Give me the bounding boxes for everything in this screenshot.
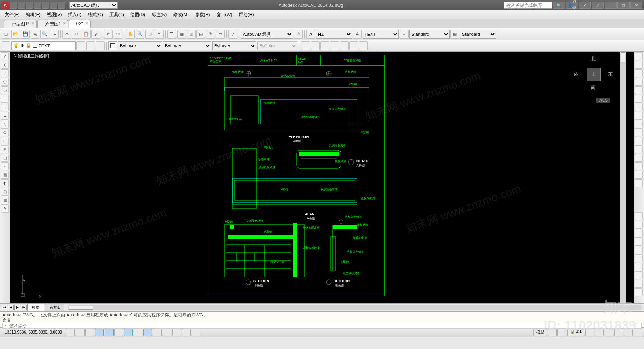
qp-toggle[interactable] xyxy=(172,329,181,336)
textstyle-a-icon[interactable]: A xyxy=(306,30,315,39)
menu-parametric[interactable]: 参数(P) xyxy=(192,12,213,18)
dim-lin-icon[interactable] xyxy=(635,212,643,220)
vp-3-icon[interactable] xyxy=(320,41,329,50)
open-icon[interactable]: 📂 xyxy=(11,30,20,39)
signin-button[interactable]: 👤 登录 xyxy=(566,2,578,9)
layer-props-icon[interactable] xyxy=(2,41,10,50)
doc-tab[interactable]: 户型图*✕ xyxy=(37,20,68,28)
publish-icon[interactable]: ☁ xyxy=(50,30,59,39)
undo-icon[interactable]: ↶ xyxy=(104,30,113,39)
menu-edit[interactable]: 编辑(E) xyxy=(23,12,44,18)
toolbar-lock-icon[interactable] xyxy=(605,329,613,336)
close-icon[interactable]: ✕ xyxy=(63,21,66,25)
linetype-select[interactable]: ByLayer xyxy=(163,41,211,50)
markup-icon[interactable]: ✎ xyxy=(206,30,215,39)
dim-quick-icon[interactable] xyxy=(635,271,643,279)
close-icon[interactable]: ✕ xyxy=(31,21,35,25)
dim-rad-icon[interactable] xyxy=(635,246,643,254)
dimstyle-icon[interactable]: ↔ xyxy=(400,30,409,39)
textstyle-a-select[interactable]: HZ xyxy=(316,30,352,39)
dim-arc-icon[interactable] xyxy=(635,229,643,237)
layer-prev-icon[interactable] xyxy=(76,41,85,50)
dim-base-icon[interactable] xyxy=(635,280,643,288)
help-icon[interactable]: ? xyxy=(592,2,604,9)
dim-align-icon[interactable] xyxy=(635,221,643,229)
pan-icon[interactable]: ✋ xyxy=(126,30,135,39)
print-icon[interactable]: 🖨 xyxy=(31,30,39,39)
sc-toggle[interactable] xyxy=(182,329,191,336)
tp-icon[interactable]: ▥ xyxy=(187,30,196,39)
ortho-toggle[interactable] xyxy=(85,329,94,336)
viewport-label[interactable]: [-][俯视][二维线框] xyxy=(14,53,49,59)
revcloud-icon[interactable]: ☁ xyxy=(1,112,9,120)
cut-icon[interactable]: ✂ xyxy=(62,30,71,39)
drawing-canvas[interactable]: [-][俯视][二维线框] 北 南 西 东 上 WCS Y X PROJECT … xyxy=(10,52,634,303)
zoom-rt-icon[interactable]: 🔍 xyxy=(136,30,144,39)
dim-dia-icon[interactable] xyxy=(635,254,643,262)
polar-toggle[interactable] xyxy=(95,329,104,336)
polygon-icon[interactable]: ⬠ xyxy=(1,78,9,86)
qv-layouts-icon[interactable] xyxy=(548,329,557,336)
menu-file[interactable]: 文件(F) xyxy=(2,12,23,18)
vp-1-icon[interactable] xyxy=(301,41,310,50)
vp-2-icon[interactable] xyxy=(311,41,320,50)
layer-iso-icon[interactable] xyxy=(96,41,105,50)
copy-icon[interactable] xyxy=(635,61,643,69)
table-icon[interactable]: ▦ xyxy=(1,196,9,204)
command-line[interactable]: Autodesk DWG。 此文件上次由 Autodesk 应用程序或 Auto… xyxy=(0,311,644,327)
ws-settings-icon[interactable]: ⚙ xyxy=(294,30,303,39)
grid-toggle[interactable] xyxy=(76,329,85,336)
properties-icon[interactable]: ☰ xyxy=(167,30,176,39)
offset-icon[interactable] xyxy=(635,78,643,86)
view-cube[interactable]: 北 南 西 东 上 WCS xyxy=(573,56,613,96)
ellipse-icon[interactable]: ⬭ xyxy=(1,128,9,136)
zoom-prev-icon[interactable]: ⟲ xyxy=(155,30,164,39)
anno-scale[interactable]: 🔒 1:1 xyxy=(567,329,584,336)
tablestyle-icon[interactable]: ▦ xyxy=(450,30,459,39)
open-icon[interactable] xyxy=(18,2,25,9)
layout-tab[interactable]: 布局1 xyxy=(45,304,64,311)
hatch-icon[interactable]: ▨ xyxy=(1,171,9,179)
dyn-toggle[interactable] xyxy=(143,329,152,336)
menu-modify[interactable]: 修改(M) xyxy=(170,12,192,18)
dimstyle-select[interactable]: Standard xyxy=(409,30,450,39)
close-icon[interactable]: ✕ xyxy=(85,21,89,25)
line-icon[interactable]: ╱ xyxy=(1,52,9,60)
scale-icon[interactable] xyxy=(635,112,643,120)
ws-switch-icon[interactable] xyxy=(595,329,604,336)
exchange-icon[interactable]: ✕ xyxy=(579,2,591,9)
mtext-icon[interactable]: A xyxy=(1,204,9,213)
menu-view[interactable]: 视图(V) xyxy=(44,12,65,18)
dc-icon[interactable]: ▦ xyxy=(177,30,186,39)
osnap-toggle[interactable] xyxy=(105,329,114,336)
model-button[interactable]: 模型 xyxy=(533,329,547,336)
tab-next-icon[interactable]: ▶ xyxy=(14,305,20,310)
save-icon[interactable]: 💾 xyxy=(21,30,30,39)
redo-icon[interactable]: ↷ xyxy=(114,30,122,39)
rotate-icon[interactable] xyxy=(635,103,643,111)
doc-tab[interactable]: 户型图1*✕ xyxy=(4,20,37,28)
preview-icon[interactable]: 🔍 xyxy=(40,30,49,39)
fillet-icon[interactable] xyxy=(635,171,643,179)
menu-help[interactable]: 帮助(H) xyxy=(235,12,257,18)
app-logo-icon[interactable]: A xyxy=(2,2,9,9)
mirror-icon[interactable] xyxy=(635,69,643,77)
spline-icon[interactable]: ∿ xyxy=(1,120,9,128)
insert-icon[interactable]: ⊞ xyxy=(1,145,9,153)
pline-icon[interactable]: ⟋ xyxy=(1,69,9,77)
menu-window[interactable]: 窗口(W) xyxy=(213,12,235,18)
menu-draw[interactable]: 绘图(D) xyxy=(127,12,149,18)
menu-dimension[interactable]: 标注(N) xyxy=(149,12,170,18)
menu-tools[interactable]: 工具(T) xyxy=(106,12,127,18)
plotstyle-select[interactable]: ByColor xyxy=(257,41,297,50)
stretch-icon[interactable] xyxy=(635,120,643,128)
layout-tab-model[interactable]: 模型 xyxy=(27,304,44,311)
new-icon[interactable]: □ xyxy=(2,30,10,39)
layer-state-icon[interactable] xyxy=(86,41,95,50)
undo-icon[interactable] xyxy=(50,2,57,9)
hardware-icon[interactable] xyxy=(614,329,623,336)
ssm-icon[interactable]: ▤ xyxy=(196,30,205,39)
otrack-toggle[interactable] xyxy=(124,329,133,336)
rect-icon[interactable]: ▭ xyxy=(1,86,9,94)
3dosnap-toggle[interactable] xyxy=(114,329,123,336)
